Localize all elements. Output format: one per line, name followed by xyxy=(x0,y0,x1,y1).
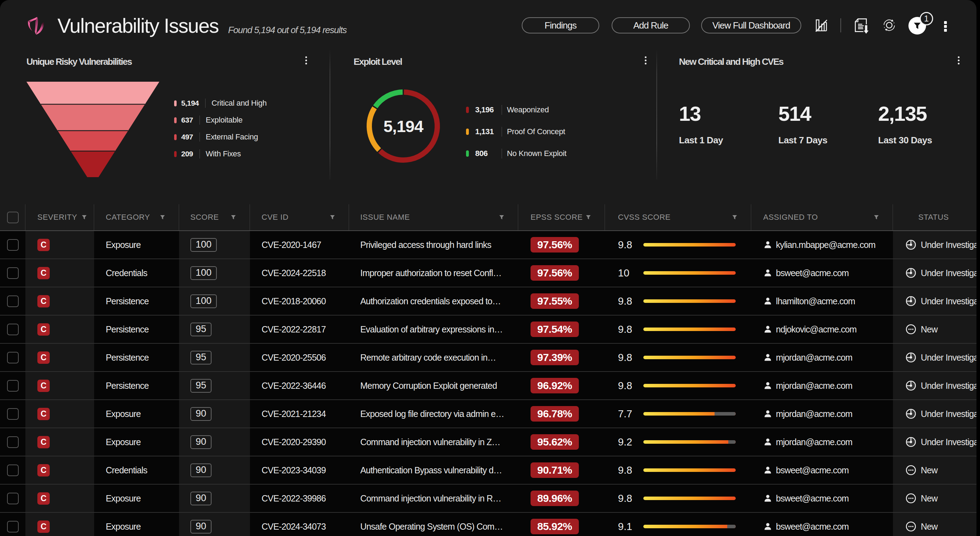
score-cell: 90 xyxy=(179,428,250,456)
export-report-icon[interactable] xyxy=(854,18,869,34)
row-checkbox[interactable] xyxy=(7,436,19,448)
column-header-sev[interactable]: SEVERITY xyxy=(25,204,94,230)
table-row[interactable]: CPersistence95CVE-2020-25506Remote arbit… xyxy=(0,344,977,372)
row-select-cell xyxy=(0,485,25,512)
category-value: Exposure xyxy=(106,522,141,532)
row-checkbox[interactable] xyxy=(7,408,19,420)
row-checkbox[interactable] xyxy=(7,267,19,279)
table-row[interactable]: CPersistence100CVE-2018-20060Authorizati… xyxy=(0,287,977,316)
cvss-cell: 7.7 xyxy=(605,400,751,428)
column-filter-icon[interactable] xyxy=(81,214,87,220)
column-header-issue[interactable]: ISSUE NAME xyxy=(349,204,518,230)
row-checkbox[interactable] xyxy=(7,239,19,251)
score-cell: 95 xyxy=(179,316,250,343)
severity-cell: C xyxy=(25,485,94,512)
row-checkbox[interactable] xyxy=(7,521,19,533)
new-cves-panel-menu-icon[interactable] xyxy=(958,56,959,65)
legend-value: 806 xyxy=(475,149,495,158)
row-checkbox[interactable] xyxy=(7,295,19,307)
legend-chip xyxy=(466,128,469,135)
score-cell: 100 xyxy=(179,259,250,287)
issue-name-cell: Command injection vulnerability in R… xyxy=(349,485,518,512)
add-rule-button[interactable]: Add Rule xyxy=(612,17,690,33)
issue-name-cell: Unsafe Operating System (OS) Com… xyxy=(349,513,518,536)
score-cell: 90 xyxy=(179,400,250,428)
table-row[interactable]: CCredentials100CVE-2024-22518Improper au… xyxy=(0,259,977,287)
legend-label: Critical and High xyxy=(212,98,267,108)
toggle-charts-icon[interactable] xyxy=(815,19,827,32)
table-row[interactable]: CCredentials90CVE-2023-34039Authenticati… xyxy=(0,457,977,485)
issue-name-cell: Privileged access through hard links xyxy=(349,231,518,258)
panel-divider xyxy=(329,49,330,179)
legend-label: Exploitable xyxy=(206,116,243,125)
exploit-legend: 3,196Weaponized1,131Proof Of Concept806N… xyxy=(466,99,566,165)
table-row[interactable]: CExposure100CVE-2020-1467Privileged acce… xyxy=(0,231,977,259)
column-header-epss[interactable]: EPSS SCORE xyxy=(518,204,605,230)
row-checkbox[interactable] xyxy=(7,324,19,335)
issue-name-value: Command injection vulnerability in R… xyxy=(360,493,501,504)
category-value: Persistence xyxy=(106,296,149,306)
row-checkbox[interactable] xyxy=(7,465,19,476)
more-menu-icon[interactable] xyxy=(944,21,947,32)
row-checkbox[interactable] xyxy=(7,352,19,363)
cve-id-value: CVE-2021-21234 xyxy=(262,409,326,419)
issue-name-value: Authentication Bypass vulnerability d… xyxy=(360,465,502,476)
column-header-assigned[interactable]: ASSIGNED TO xyxy=(751,204,893,230)
table-row[interactable]: CExposure90CVE-2022-39986Command injecti… xyxy=(0,485,977,513)
score-cell: 90 xyxy=(179,513,250,536)
assigned-to-cell: bsweet@acme.com xyxy=(751,259,893,287)
score-pill: 100 xyxy=(190,294,217,308)
row-checkbox[interactable] xyxy=(7,380,19,392)
column-filter-icon[interactable] xyxy=(499,214,504,220)
column-header-status[interactable]: STATUS xyxy=(905,204,977,230)
column-header-cat[interactable]: CATEGORY xyxy=(94,204,179,230)
findings-button[interactable]: Findings xyxy=(522,17,599,33)
category-value: Exposure xyxy=(106,409,141,419)
table-row[interactable]: CExposure90CVE-2020-29390Command injecti… xyxy=(0,428,977,457)
table-row[interactable]: CPersistence95CVE-2022-22817Evaluation o… xyxy=(0,316,977,344)
column-filter-icon[interactable] xyxy=(329,214,335,220)
cve-id-cell: CVE-2020-1467 xyxy=(250,231,349,258)
table-row[interactable]: CExposure90CVE-2024-34073Unsafe Operatin… xyxy=(0,513,977,536)
epss-cell: 90.71% xyxy=(518,457,605,484)
view-full-dashboard-button[interactable]: View Full Dashboard xyxy=(701,17,801,33)
category-cell: Exposure xyxy=(94,428,179,456)
severity-critical-badge: C xyxy=(37,295,50,308)
table-row[interactable]: CExposure90CVE-2021-21234Exposed log fil… xyxy=(0,400,977,428)
legend-value: 497 xyxy=(181,133,193,141)
column-filter-icon[interactable] xyxy=(732,214,737,220)
auto-refresh-icon[interactable] xyxy=(882,18,896,32)
select-all-checkbox[interactable] xyxy=(7,212,19,223)
column-filter-icon[interactable] xyxy=(160,214,165,220)
status-value: New xyxy=(921,465,938,476)
cvss-cell: 9.8 xyxy=(605,485,751,512)
assignee-email: kylian.mbappe@acme.com xyxy=(776,240,875,250)
funnel-panel-menu-icon[interactable] xyxy=(305,56,307,65)
category-cell: Exposure xyxy=(94,400,179,428)
column-filter-icon[interactable] xyxy=(585,214,591,220)
exploit-panel-menu-icon[interactable] xyxy=(645,56,646,65)
row-checkbox[interactable] xyxy=(7,493,19,504)
status-cell: New xyxy=(893,485,977,512)
cvss-cell: 9.8 xyxy=(605,316,751,343)
new-status-icon xyxy=(905,521,916,532)
table-row[interactable]: CPersistence95CVE-2022-36446Memory Corru… xyxy=(0,372,977,400)
cvss-cell: 9.8 xyxy=(605,287,751,315)
score-pill: 90 xyxy=(190,463,212,477)
column-header-cve[interactable]: CVE ID xyxy=(250,204,349,230)
person-icon xyxy=(763,268,772,278)
person-icon xyxy=(763,522,772,531)
person-icon xyxy=(763,494,772,503)
assigned-to-cell: bsweet@acme.com xyxy=(751,457,893,484)
cvss-score-value: 10 xyxy=(618,267,638,279)
cvss-cell: 9.8 xyxy=(605,344,751,371)
issue-name-cell: Memory Corruption Exploit generated xyxy=(349,372,518,400)
epss-score-badge: 89.96% xyxy=(531,490,579,506)
column-filter-icon[interactable] xyxy=(231,214,236,220)
cve-id-cell: CVE-2020-25506 xyxy=(250,344,349,371)
column-filter-icon[interactable] xyxy=(873,214,879,220)
column-header-cvss[interactable]: CVSS SCORE xyxy=(605,204,751,230)
category-value: Exposure xyxy=(106,493,141,504)
column-header-score[interactable]: SCORE xyxy=(179,204,250,230)
category-value: Credentials xyxy=(106,268,147,278)
